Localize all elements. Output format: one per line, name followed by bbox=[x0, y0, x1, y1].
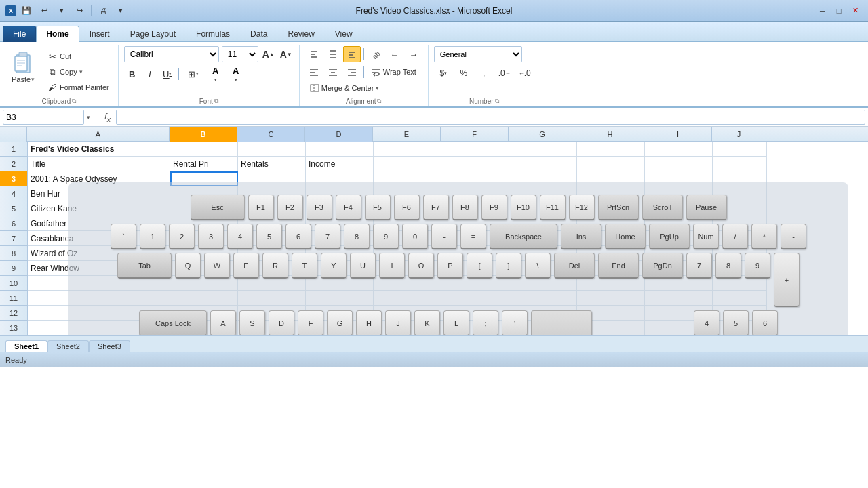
cell-g11[interactable] bbox=[509, 291, 577, 306]
cell-d7[interactable] bbox=[306, 231, 374, 246]
cell-f5[interactable] bbox=[441, 201, 509, 216]
accounting-format-button[interactable]: $▾ bbox=[434, 66, 453, 81]
cell-a3[interactable]: 2001: A Space Odyssey bbox=[28, 171, 170, 186]
cell-j5[interactable] bbox=[713, 201, 767, 216]
clipboard-expand-icon[interactable]: ⧉ bbox=[72, 98, 76, 105]
copy-button[interactable]: ⧉ Copy ▾ bbox=[43, 64, 113, 79]
row-header-11[interactable]: 11 bbox=[0, 291, 27, 306]
cell-b9[interactable] bbox=[170, 261, 238, 276]
col-header-f[interactable]: F bbox=[441, 127, 509, 142]
cell-b12[interactable] bbox=[170, 306, 238, 321]
cell-e4[interactable] bbox=[374, 186, 441, 201]
cell-a11[interactable] bbox=[28, 291, 170, 306]
cell-g10[interactable] bbox=[509, 276, 577, 291]
tab-file[interactable]: File bbox=[3, 26, 36, 42]
cell-g5[interactable] bbox=[509, 201, 577, 216]
font-size-select[interactable]: 11 10 12 14 bbox=[222, 46, 258, 62]
cell-j3[interactable] bbox=[713, 171, 767, 186]
cell-i11[interactable] bbox=[645, 291, 713, 306]
cell-f13[interactable] bbox=[441, 321, 509, 336]
row-header-5[interactable]: 5 bbox=[0, 201, 27, 216]
cell-i4[interactable] bbox=[645, 186, 713, 201]
increase-decimal-button[interactable]: .0→ bbox=[495, 66, 514, 81]
select-all-button[interactable] bbox=[0, 127, 27, 142]
font-grow-button[interactable]: A▲ bbox=[261, 47, 276, 62]
cell-f7[interactable] bbox=[441, 231, 509, 246]
cell-d12[interactable] bbox=[306, 306, 374, 321]
name-box[interactable] bbox=[3, 110, 84, 125]
cell-h3[interactable] bbox=[577, 171, 645, 186]
tab-view[interactable]: View bbox=[325, 26, 363, 42]
align-center-button[interactable] bbox=[324, 64, 342, 80]
cell-g8[interactable] bbox=[509, 246, 577, 261]
font-color-button[interactable]: A ▾ bbox=[226, 66, 245, 82]
quick-save-button[interactable]: 💾 bbox=[19, 3, 34, 18]
cell-j10[interactable] bbox=[713, 276, 767, 291]
minimize-button[interactable]: ─ bbox=[815, 3, 830, 18]
fill-color-button[interactable]: A ▾ bbox=[206, 66, 225, 82]
name-box-dropdown[interactable]: ▾ bbox=[87, 114, 90, 121]
col-header-d[interactable]: D bbox=[305, 127, 373, 142]
cell-c8[interactable] bbox=[238, 246, 306, 261]
cell-d4[interactable] bbox=[306, 186, 374, 201]
cell-i1[interactable] bbox=[645, 142, 713, 157]
close-button[interactable]: ✕ bbox=[848, 3, 863, 18]
row-header-2[interactable]: 2 bbox=[0, 157, 27, 171]
formula-input[interactable] bbox=[116, 110, 865, 125]
cell-a7[interactable]: Casablanca bbox=[28, 231, 170, 246]
row-header-3[interactable]: 3 bbox=[0, 171, 27, 186]
row-header-6[interactable]: 6 bbox=[0, 216, 27, 231]
cell-g12[interactable] bbox=[509, 306, 577, 321]
row-header-1[interactable]: 1 bbox=[0, 142, 27, 157]
cell-j8[interactable] bbox=[713, 246, 767, 261]
cell-f3[interactable] bbox=[441, 171, 509, 186]
cell-g4[interactable] bbox=[509, 186, 577, 201]
bold-button[interactable]: B bbox=[124, 66, 140, 82]
tab-review[interactable]: Review bbox=[277, 26, 324, 42]
tab-home[interactable]: Home bbox=[36, 26, 79, 42]
cell-h11[interactable] bbox=[577, 291, 645, 306]
cell-h12[interactable] bbox=[577, 306, 645, 321]
align-bottom-button[interactable] bbox=[343, 46, 361, 62]
cell-c10[interactable] bbox=[238, 276, 306, 291]
cell-e5[interactable] bbox=[374, 201, 441, 216]
paste-button[interactable]: Paste ▾ bbox=[5, 46, 41, 87]
tab-page-layout[interactable]: Page Layout bbox=[120, 26, 186, 42]
sheet-tab-3[interactable]: Sheet3 bbox=[89, 340, 130, 352]
percent-button[interactable]: % bbox=[454, 66, 473, 81]
cell-i13[interactable] bbox=[645, 321, 713, 336]
col-header-j[interactable]: J bbox=[712, 127, 766, 142]
cell-i9[interactable] bbox=[645, 261, 713, 276]
cell-b8[interactable] bbox=[170, 246, 238, 261]
cell-b13[interactable] bbox=[170, 321, 238, 336]
cell-a13[interactable] bbox=[28, 321, 170, 336]
quick-print-button[interactable]: 🖨 bbox=[96, 3, 111, 18]
cell-b6[interactable] bbox=[170, 216, 238, 231]
cell-f2[interactable] bbox=[441, 157, 509, 171]
cell-j2[interactable] bbox=[713, 157, 767, 171]
cell-i8[interactable] bbox=[645, 246, 713, 261]
align-left-button[interactable] bbox=[305, 64, 323, 80]
cell-e13[interactable] bbox=[374, 321, 441, 336]
cell-i2[interactable] bbox=[645, 157, 713, 171]
number-format-select[interactable]: General Number Currency Accounting Date … bbox=[434, 46, 522, 62]
font-shrink-button[interactable]: A▼ bbox=[279, 47, 294, 62]
tab-insert[interactable]: Insert bbox=[79, 26, 120, 42]
cell-h1[interactable] bbox=[577, 142, 645, 157]
cell-d11[interactable] bbox=[306, 291, 374, 306]
cell-a1[interactable]: Fred's Video Classics bbox=[28, 142, 170, 157]
tab-data[interactable]: Data bbox=[240, 26, 277, 42]
align-middle-button[interactable] bbox=[324, 46, 342, 62]
cell-c4[interactable] bbox=[238, 186, 306, 201]
cell-g6[interactable] bbox=[509, 216, 577, 231]
sheet-tab-2[interactable]: Sheet2 bbox=[47, 340, 89, 352]
col-header-i[interactable]: I bbox=[644, 127, 712, 142]
cell-e9[interactable] bbox=[374, 261, 441, 276]
cell-i3[interactable] bbox=[645, 171, 713, 186]
col-header-g[interactable]: G bbox=[509, 127, 576, 142]
cell-d6[interactable] bbox=[306, 216, 374, 231]
borders-button[interactable]: ⊞ ▾ bbox=[182, 66, 205, 82]
cell-f4[interactable] bbox=[441, 186, 509, 201]
cell-j12[interactable] bbox=[713, 306, 767, 321]
cell-a9[interactable]: Rear Window bbox=[28, 261, 170, 276]
